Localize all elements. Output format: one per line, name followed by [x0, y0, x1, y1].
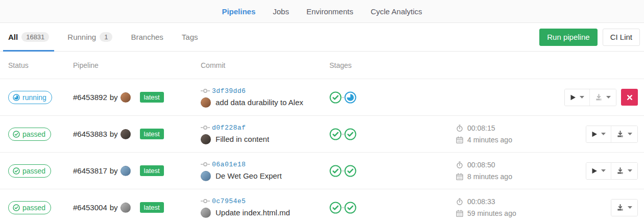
stage-status-icon[interactable]	[329, 128, 342, 140]
status-badge[interactable]: running	[8, 91, 52, 104]
pipeline-cell: #6453883 by latest	[73, 129, 201, 139]
stage-passed-icon	[344, 202, 356, 214]
pipeline-cell: #6453892 by latest	[73, 92, 201, 103]
nav-item-cycle-analytics[interactable]: Cycle Analytics	[371, 7, 422, 16]
calendar-icon	[456, 173, 463, 180]
pipeline-link[interactable]: #6453883	[73, 130, 107, 138]
nav-item-pipelines[interactable]: Pipelines	[222, 7, 255, 16]
stages-cell	[329, 202, 456, 214]
stages-cell	[329, 165, 456, 177]
stopwatch-icon	[456, 198, 463, 205]
pipeline-by-label: by	[110, 203, 118, 212]
tab-tags[interactable]: Tags	[177, 23, 203, 51]
status-cell: passed	[8, 201, 73, 214]
duration-label: 00:08:33	[467, 197, 495, 206]
status-badge[interactable]: passed	[8, 201, 51, 214]
pipeline-by-label: by	[110, 166, 118, 175]
commit-hash-link[interactable]: 06a01e18	[212, 161, 246, 168]
stage-passed-icon	[329, 165, 342, 177]
commit-message-link[interactable]: Filled in content	[216, 135, 269, 143]
project-ci-nav: Pipelines Jobs Environments Cycle Analyt…	[0, 0, 644, 23]
chevron-down-icon	[580, 96, 584, 98]
avatar[interactable]	[201, 208, 211, 218]
commit-cell: 0c7954e5 Update index.html.md	[201, 197, 329, 218]
tab-running-label: Running	[67, 33, 96, 41]
actions-cell	[558, 126, 638, 143]
header-stages: Stages	[329, 61, 456, 69]
pipeline-link[interactable]: #6453817	[73, 166, 107, 175]
avatar[interactable]	[121, 166, 131, 176]
commit-icon	[201, 125, 210, 131]
close-icon	[627, 94, 633, 101]
artifacts-download-dropdown-button[interactable]	[611, 200, 637, 216]
download-icon	[616, 204, 624, 211]
pipeline-row: passed #6453817 by latest 06a01e18 De We…	[0, 153, 644, 189]
duration-label: 00:08:50	[467, 161, 495, 169]
cancel-pipeline-button[interactable]	[621, 89, 638, 106]
avatar[interactable]	[201, 97, 211, 108]
stage-passed-icon	[329, 128, 342, 140]
nav-item-environments[interactable]: Environments	[306, 7, 353, 16]
pipelines-table-body: running #6453892 by latest 3df39dd6 add …	[0, 79, 644, 223]
pipeline-link[interactable]: #6453004	[73, 203, 107, 212]
stage-passed-icon	[329, 202, 342, 214]
latest-badge: latest	[140, 92, 164, 103]
stage-status-icon[interactable]	[329, 202, 342, 214]
play-icon	[591, 168, 598, 174]
tab-all[interactable]: All 16831	[3, 23, 54, 51]
finished-ago-label: 8 minutes ago	[467, 172, 512, 181]
pipeline-row: passed #6453004 by latest 0c7954e5 Updat…	[0, 189, 644, 223]
play-dropdown-button[interactable]	[565, 89, 589, 106]
tab-tags-label: Tags	[182, 33, 198, 41]
run-pipeline-button[interactable]: Run pipeline	[539, 29, 597, 46]
stage-status-icon[interactable]	[344, 202, 356, 214]
avatar[interactable]	[121, 203, 131, 213]
download-icon	[616, 167, 624, 175]
status-label: passed	[22, 167, 45, 175]
stage-status-icon[interactable]	[344, 91, 356, 104]
chevron-down-icon	[601, 169, 606, 172]
timing-cell: 00:08:33 59 minutes ago	[456, 197, 558, 217]
pipeline-actions-group	[586, 126, 638, 143]
tabs-actions: Run pipeline CI Lint	[539, 29, 640, 46]
stage-status-icon[interactable]	[344, 128, 356, 140]
pipeline-link[interactable]: #6453892	[73, 93, 107, 102]
status-badge[interactable]: passed	[8, 128, 51, 141]
chevron-down-icon	[606, 96, 611, 98]
commit-message-link[interactable]: Update index.html.md	[216, 208, 290, 217]
commit-hash-link[interactable]: 0c7954e5	[212, 197, 246, 205]
calendar-icon	[456, 210, 463, 217]
commit-cell: 3df39dd6 add data durability to Alex	[201, 87, 329, 108]
commit-icon	[201, 198, 210, 204]
avatar[interactable]	[121, 92, 131, 103]
commit-message-link[interactable]: De Wet Geo Expert	[216, 171, 282, 180]
pipeline-row: running #6453892 by latest 3df39dd6 add …	[0, 79, 644, 116]
tab-branches[interactable]: Branches	[126, 23, 168, 51]
stage-status-icon[interactable]	[329, 165, 342, 177]
download-icon	[616, 130, 624, 138]
tab-running[interactable]: Running 1	[62, 23, 117, 51]
play-icon	[591, 131, 598, 137]
header-status: Status	[8, 61, 73, 69]
artifacts-download-dropdown-button[interactable]	[589, 89, 616, 106]
avatar[interactable]	[121, 129, 131, 139]
avatar[interactable]	[201, 171, 211, 181]
stage-status-icon[interactable]	[329, 91, 342, 104]
play-dropdown-button[interactable]	[586, 163, 611, 179]
commit-hash-link[interactable]: 3df39dd6	[212, 87, 246, 95]
tab-all-count-badge: 16831	[21, 32, 49, 42]
commit-hash-link[interactable]: d0f228af	[212, 124, 246, 132]
pipeline-actions-group	[611, 199, 638, 216]
running-icon	[13, 94, 20, 101]
artifacts-download-dropdown-button[interactable]	[611, 163, 637, 179]
stage-status-icon[interactable]	[344, 165, 356, 177]
play-dropdown-button[interactable]	[586, 126, 611, 142]
ci-lint-button[interactable]: CI Lint	[603, 29, 640, 46]
nav-item-jobs[interactable]: Jobs	[273, 7, 289, 16]
status-badge[interactable]: passed	[8, 164, 51, 178]
actions-cell	[558, 89, 638, 106]
commit-message-link[interactable]: add data durability to Alex	[216, 98, 303, 107]
avatar[interactable]	[201, 134, 211, 144]
stages-cell	[329, 128, 456, 140]
artifacts-download-dropdown-button[interactable]	[611, 126, 637, 142]
